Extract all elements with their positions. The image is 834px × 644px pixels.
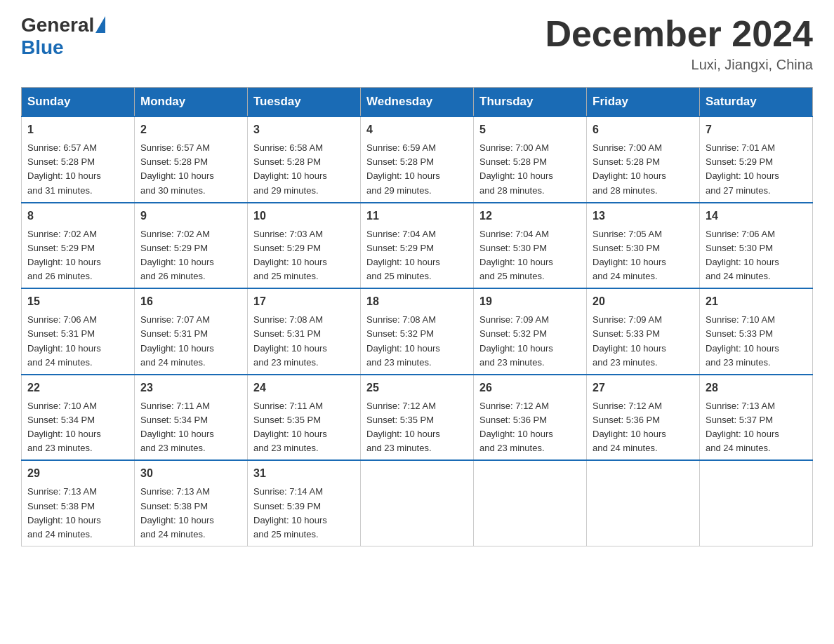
day-number: 10 bbox=[253, 208, 355, 224]
calendar-cell bbox=[587, 460, 700, 546]
calendar-cell: 5Sunrise: 7:00 AMSunset: 5:28 PMDaylight… bbox=[474, 116, 587, 203]
day-number: 5 bbox=[479, 121, 581, 138]
calendar-cell bbox=[700, 460, 813, 546]
day-number: 1 bbox=[27, 121, 128, 138]
day-info: Sunrise: 7:00 AMSunset: 5:28 PMDaylight:… bbox=[479, 141, 581, 198]
day-info: Sunrise: 7:06 AMSunset: 5:30 PMDaylight:… bbox=[706, 227, 807, 284]
calendar-cell: 25Sunrise: 7:12 AMSunset: 5:35 PMDayligh… bbox=[361, 375, 474, 461]
day-info: Sunrise: 7:08 AMSunset: 5:31 PMDaylight:… bbox=[253, 313, 355, 370]
calendar-cell: 13Sunrise: 7:05 AMSunset: 5:30 PMDayligh… bbox=[587, 203, 700, 289]
week-row-3: 15Sunrise: 7:06 AMSunset: 5:31 PMDayligh… bbox=[22, 288, 813, 375]
weekday-header-monday: Monday bbox=[135, 88, 248, 117]
page-header: General Blue December 2024 Luxi, Jiangxi… bbox=[21, 14, 813, 73]
calendar-cell: 21Sunrise: 7:10 AMSunset: 5:33 PMDayligh… bbox=[700, 288, 813, 375]
day-info: Sunrise: 7:02 AMSunset: 5:29 PMDaylight:… bbox=[27, 227, 128, 284]
day-info: Sunrise: 7:05 AMSunset: 5:30 PMDaylight:… bbox=[593, 227, 694, 284]
logo-triangle-icon bbox=[95, 16, 105, 33]
day-info: Sunrise: 7:09 AMSunset: 5:33 PMDaylight:… bbox=[593, 313, 694, 370]
weekday-header-saturday: Saturday bbox=[700, 88, 813, 117]
day-number: 2 bbox=[140, 121, 241, 138]
logo-general-text: General bbox=[21, 14, 94, 36]
day-number: 6 bbox=[593, 121, 694, 138]
day-info: Sunrise: 6:59 AMSunset: 5:28 PMDaylight:… bbox=[366, 141, 468, 198]
day-number: 3 bbox=[253, 121, 355, 138]
calendar-cell: 19Sunrise: 7:09 AMSunset: 5:32 PMDayligh… bbox=[474, 288, 587, 375]
calendar-cell: 12Sunrise: 7:04 AMSunset: 5:30 PMDayligh… bbox=[474, 203, 587, 289]
week-row-1: 1Sunrise: 6:57 AMSunset: 5:28 PMDaylight… bbox=[22, 116, 813, 203]
calendar-cell: 26Sunrise: 7:12 AMSunset: 5:36 PMDayligh… bbox=[474, 375, 587, 461]
day-number: 4 bbox=[366, 121, 468, 138]
calendar-cell: 28Sunrise: 7:13 AMSunset: 5:37 PMDayligh… bbox=[700, 375, 813, 461]
weekday-header-sunday: Sunday bbox=[22, 88, 135, 117]
logo-blue-part bbox=[94, 16, 105, 34]
day-number: 8 bbox=[27, 208, 128, 224]
calendar-cell: 14Sunrise: 7:06 AMSunset: 5:30 PMDayligh… bbox=[700, 203, 813, 289]
day-info: Sunrise: 7:03 AMSunset: 5:29 PMDaylight:… bbox=[253, 227, 355, 284]
calendar-cell: 3Sunrise: 6:58 AMSunset: 5:28 PMDaylight… bbox=[248, 116, 361, 203]
day-number: 13 bbox=[593, 208, 694, 224]
day-number: 24 bbox=[253, 380, 355, 396]
day-info: Sunrise: 7:13 AMSunset: 5:38 PMDaylight:… bbox=[27, 485, 128, 542]
day-info: Sunrise: 7:07 AMSunset: 5:31 PMDaylight:… bbox=[140, 313, 241, 370]
day-info: Sunrise: 7:08 AMSunset: 5:32 PMDaylight:… bbox=[366, 313, 468, 370]
day-number: 28 bbox=[706, 380, 807, 396]
day-info: Sunrise: 7:02 AMSunset: 5:29 PMDaylight:… bbox=[140, 227, 241, 284]
day-number: 31 bbox=[253, 465, 355, 482]
day-number: 15 bbox=[27, 293, 128, 310]
day-info: Sunrise: 7:12 AMSunset: 5:35 PMDaylight:… bbox=[366, 399, 468, 456]
calendar-cell bbox=[474, 460, 587, 546]
month-title: December 2024 bbox=[545, 14, 813, 54]
day-number: 9 bbox=[140, 208, 241, 224]
weekday-header-thursday: Thursday bbox=[474, 88, 587, 117]
calendar-cell: 31Sunrise: 7:14 AMSunset: 5:39 PMDayligh… bbox=[248, 460, 361, 546]
location-subtitle: Luxi, Jiangxi, China bbox=[545, 57, 813, 73]
day-number: 26 bbox=[479, 380, 581, 396]
day-number: 12 bbox=[479, 208, 581, 224]
weekday-header-tuesday: Tuesday bbox=[248, 88, 361, 117]
day-number: 29 bbox=[27, 465, 128, 482]
calendar-cell: 20Sunrise: 7:09 AMSunset: 5:33 PMDayligh… bbox=[587, 288, 700, 375]
calendar-cell: 4Sunrise: 6:59 AMSunset: 5:28 PMDaylight… bbox=[361, 116, 474, 203]
day-info: Sunrise: 6:57 AMSunset: 5:28 PMDaylight:… bbox=[27, 141, 128, 198]
day-number: 22 bbox=[27, 380, 128, 396]
calendar-cell: 8Sunrise: 7:02 AMSunset: 5:29 PMDaylight… bbox=[22, 203, 135, 289]
calendar-cell: 30Sunrise: 7:13 AMSunset: 5:38 PMDayligh… bbox=[135, 460, 248, 546]
calendar-table: SundayMondayTuesdayWednesdayThursdayFrid… bbox=[21, 87, 813, 546]
day-info: Sunrise: 7:13 AMSunset: 5:38 PMDaylight:… bbox=[140, 485, 241, 542]
day-info: Sunrise: 7:12 AMSunset: 5:36 PMDaylight:… bbox=[593, 399, 694, 456]
weekday-header-friday: Friday bbox=[587, 88, 700, 117]
weekday-header-row: SundayMondayTuesdayWednesdayThursdayFrid… bbox=[22, 88, 813, 117]
day-info: Sunrise: 7:01 AMSunset: 5:29 PMDaylight:… bbox=[706, 141, 807, 198]
day-info: Sunrise: 7:11 AMSunset: 5:35 PMDaylight:… bbox=[253, 399, 355, 456]
calendar-cell: 10Sunrise: 7:03 AMSunset: 5:29 PMDayligh… bbox=[248, 203, 361, 289]
week-row-4: 22Sunrise: 7:10 AMSunset: 5:34 PMDayligh… bbox=[22, 375, 813, 461]
day-info: Sunrise: 7:00 AMSunset: 5:28 PMDaylight:… bbox=[593, 141, 694, 198]
calendar-cell: 17Sunrise: 7:08 AMSunset: 5:31 PMDayligh… bbox=[248, 288, 361, 375]
day-number: 17 bbox=[253, 293, 355, 310]
day-info: Sunrise: 7:06 AMSunset: 5:31 PMDaylight:… bbox=[27, 313, 128, 370]
day-number: 11 bbox=[366, 208, 468, 224]
day-info: Sunrise: 7:10 AMSunset: 5:33 PMDaylight:… bbox=[706, 313, 807, 370]
day-number: 18 bbox=[366, 293, 468, 310]
calendar-cell: 15Sunrise: 7:06 AMSunset: 5:31 PMDayligh… bbox=[22, 288, 135, 375]
day-info: Sunrise: 7:13 AMSunset: 5:37 PMDaylight:… bbox=[706, 399, 807, 456]
day-info: Sunrise: 7:11 AMSunset: 5:34 PMDaylight:… bbox=[140, 399, 241, 456]
day-number: 27 bbox=[593, 380, 694, 396]
calendar-cell: 7Sunrise: 7:01 AMSunset: 5:29 PMDaylight… bbox=[700, 116, 813, 203]
day-number: 25 bbox=[366, 380, 468, 396]
week-row-2: 8Sunrise: 7:02 AMSunset: 5:29 PMDaylight… bbox=[22, 203, 813, 289]
calendar-cell: 23Sunrise: 7:11 AMSunset: 5:34 PMDayligh… bbox=[135, 375, 248, 461]
logo: General Blue bbox=[21, 14, 105, 59]
calendar-cell: 16Sunrise: 7:07 AMSunset: 5:31 PMDayligh… bbox=[135, 288, 248, 375]
day-number: 21 bbox=[706, 293, 807, 310]
day-info: Sunrise: 7:14 AMSunset: 5:39 PMDaylight:… bbox=[253, 485, 355, 542]
logo-blue-text: Blue bbox=[21, 36, 64, 59]
calendar-cell: 18Sunrise: 7:08 AMSunset: 5:32 PMDayligh… bbox=[361, 288, 474, 375]
day-number: 16 bbox=[140, 293, 241, 310]
day-info: Sunrise: 7:04 AMSunset: 5:29 PMDaylight:… bbox=[366, 227, 468, 284]
calendar-cell: 29Sunrise: 7:13 AMSunset: 5:38 PMDayligh… bbox=[22, 460, 135, 546]
day-number: 19 bbox=[479, 293, 581, 310]
day-info: Sunrise: 6:57 AMSunset: 5:28 PMDaylight:… bbox=[140, 141, 241, 198]
day-number: 23 bbox=[140, 380, 241, 396]
calendar-cell: 22Sunrise: 7:10 AMSunset: 5:34 PMDayligh… bbox=[22, 375, 135, 461]
